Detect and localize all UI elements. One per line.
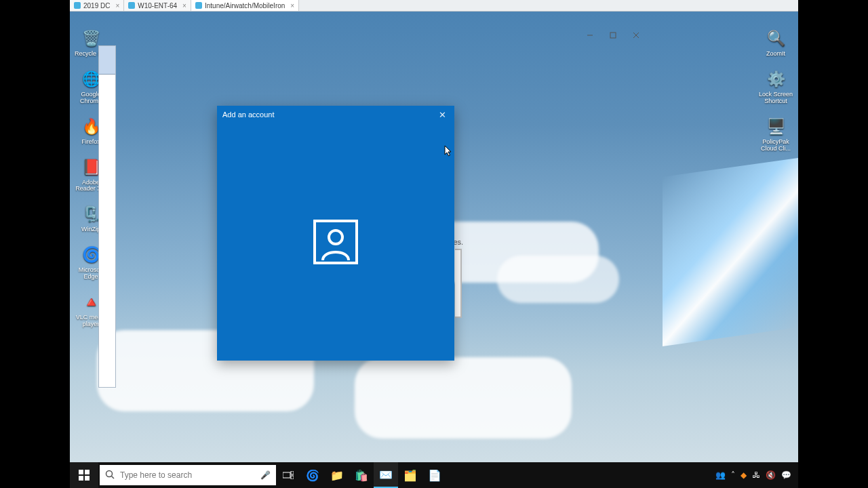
search-placeholder: Type here to search	[120, 470, 192, 480]
desktop-icon-lockscreen[interactable]: ⚙️ Lock Screen Shortcut	[755, 68, 797, 105]
svg-rect-4	[315, 221, 357, 263]
svg-point-10	[106, 470, 113, 476]
svg-rect-7	[85, 470, 90, 474]
taskbar: Type here to search 🎤 🌀 📁 🛍️ ✉️ 🗂️ 📄 👥 ˄…	[70, 462, 798, 488]
desktop-icon-policypak[interactable]: 🖥️ PolicyPak Cloud Cli...	[755, 116, 797, 152]
add-account-dialog: Add an account ✕	[217, 106, 454, 361]
search-icon	[105, 470, 115, 481]
windows-logo-icon	[79, 470, 90, 481]
svg-rect-6	[79, 470, 83, 474]
icon-label: ZoomIt	[766, 51, 785, 58]
tray-network-icon[interactable]: 🖧	[752, 470, 760, 480]
svg-rect-1	[610, 33, 616, 38]
tray-people-icon[interactable]: 👥	[715, 470, 726, 480]
icon-label: WinZip	[81, 226, 100, 233]
svg-rect-8	[79, 476, 83, 481]
tab-icon	[74, 2, 81, 9]
minimize-button[interactable]	[578, 25, 601, 45]
close-button[interactable]	[625, 25, 648, 45]
tray-volume-icon[interactable]: 🔇	[766, 470, 776, 480]
dialog-title: Add an account	[222, 110, 274, 119]
icon-label: Lock Screen Shortcut	[755, 92, 797, 105]
svg-rect-9	[85, 476, 90, 481]
desktop-icons-right: 🔍 ZoomIt ⚙️ Lock Screen Shortcut 🖥️ Poli…	[755, 28, 797, 152]
maximize-button[interactable]	[601, 25, 625, 45]
tray-action-center-icon[interactable]: 💬	[781, 470, 791, 480]
tab-label: 2019 DC	[83, 2, 110, 9]
taskbar-app-notepad[interactable]: 📄	[422, 462, 447, 488]
close-icon[interactable]: ×	[290, 2, 294, 9]
taskbar-app-generic-1[interactable]: 🗂️	[398, 462, 422, 488]
close-icon[interactable]: ×	[115, 2, 119, 9]
vm-tab-0[interactable]: 2019 DC ×	[70, 0, 124, 11]
system-tray: 👥 ˄ ◆ 🖧 🔇 💬	[709, 470, 798, 480]
zoomit-icon: 🔍	[765, 28, 787, 49]
desktop-icon-zoomit[interactable]: 🔍 ZoomIt	[755, 28, 797, 58]
task-view-button[interactable]	[276, 462, 300, 488]
taskbar-app-store[interactable]: 🛍️	[349, 462, 374, 488]
vm-tab-1[interactable]: W10-ENT-64 ×	[124, 0, 191, 11]
taskbar-search[interactable]: Type here to search 🎤	[100, 465, 276, 485]
svg-rect-12	[283, 472, 290, 478]
start-button[interactable]	[70, 462, 98, 488]
tray-shield-icon[interactable]: ◆	[741, 470, 747, 480]
vm-tab-strip: 2019 DC × W10-ENT-64 × Intune/Airwatch/M…	[70, 0, 798, 12]
icon-label: Firefox	[81, 139, 100, 146]
taskbar-app-edge[interactable]: 🌀	[300, 462, 325, 488]
mouse-cursor	[444, 145, 452, 157]
svg-rect-13	[291, 471, 294, 474]
svg-line-11	[112, 476, 115, 479]
svg-rect-14	[291, 476, 294, 479]
vm-viewer: 2019 DC × W10-ENT-64 × Intune/Airwatch/M…	[70, 0, 798, 488]
taskbar-app-mail[interactable]: ✉️	[374, 462, 398, 488]
tab-label: W10-ENT-64	[138, 2, 177, 9]
icon-label: PolicyPak Cloud Cli...	[755, 139, 797, 152]
dialog-body	[217, 123, 454, 361]
taskbar-app-explorer[interactable]: 📁	[325, 462, 349, 488]
vm-tab-2[interactable]: Intune/Airwatch/MobileIron ×	[191, 0, 299, 11]
tab-icon	[128, 2, 135, 9]
person-icon	[313, 220, 358, 264]
dialog-close-button[interactable]: ✕	[435, 108, 449, 121]
svg-point-5	[329, 230, 342, 244]
wallpaper-streak	[663, 158, 798, 346]
desktop[interactable]: 🗑️ Recycle B... 🌐 Google Chrome 🔥 Firefo…	[70, 12, 798, 462]
close-icon[interactable]: ×	[182, 2, 186, 9]
tab-icon	[195, 2, 202, 9]
gear-icon: ⚙️	[765, 68, 787, 90]
policypak-icon: 🖥️	[765, 116, 787, 138]
tray-chevron-up-icon[interactable]: ˄	[731, 470, 735, 480]
dialog-header: Add an account ✕	[217, 106, 454, 123]
microphone-icon[interactable]: 🎤	[260, 470, 271, 480]
background-input-fragment	[455, 249, 462, 318]
tab-label: Intune/Airwatch/MobileIron	[205, 2, 285, 9]
settings-titlebar	[113, 25, 648, 45]
